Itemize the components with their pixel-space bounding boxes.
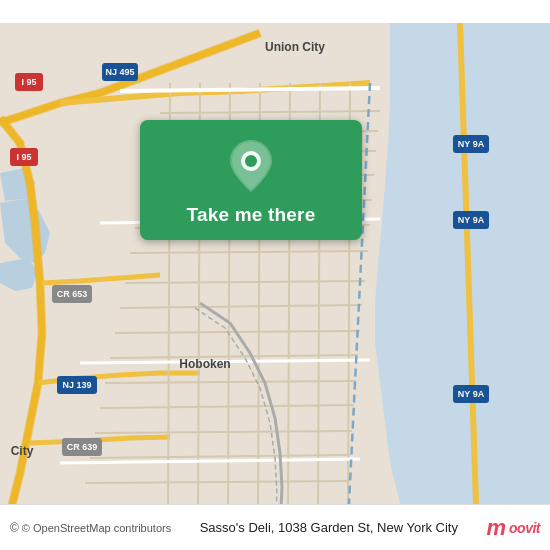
- copyright-icon: ©: [10, 521, 19, 535]
- svg-text:NJ 139: NJ 139: [62, 380, 91, 390]
- svg-text:NJ 495: NJ 495: [105, 67, 134, 77]
- svg-text:CR 653: CR 653: [57, 289, 88, 299]
- moovit-m-letter: m: [486, 517, 506, 539]
- svg-text:CR 639: CR 639: [67, 442, 98, 452]
- svg-point-55: [245, 155, 257, 167]
- svg-text:NY 9A: NY 9A: [458, 139, 485, 149]
- map-container: I 95 I 95 NJ 495 Union City Weehawken Ho…: [0, 0, 550, 550]
- svg-text:I 95: I 95: [16, 152, 31, 162]
- attribution: © © OpenStreetMap contributors: [10, 521, 171, 535]
- bottom-bar: © © OpenStreetMap contributors Sasso's D…: [0, 504, 550, 550]
- moovit-wordmark: oovit: [509, 520, 540, 536]
- map-background: I 95 I 95 NJ 495 Union City Weehawken Ho…: [0, 0, 550, 550]
- attribution-text: © OpenStreetMap contributors: [22, 522, 171, 534]
- address-label: Sasso's Deli, 1038 Garden St, New York C…: [171, 520, 486, 535]
- svg-text:Union City: Union City: [265, 40, 325, 54]
- map-pin-icon: [227, 138, 275, 194]
- svg-text:I 95: I 95: [21, 77, 36, 87]
- take-me-there-label: Take me there: [187, 204, 316, 226]
- svg-text:City: City: [11, 444, 34, 458]
- moovit-logo: m oovit: [486, 517, 540, 539]
- svg-text:Hoboken: Hoboken: [179, 357, 230, 371]
- svg-text:NY 9A: NY 9A: [458, 215, 485, 225]
- svg-text:NY 9A: NY 9A: [458, 389, 485, 399]
- take-me-there-button[interactable]: Take me there: [140, 120, 362, 240]
